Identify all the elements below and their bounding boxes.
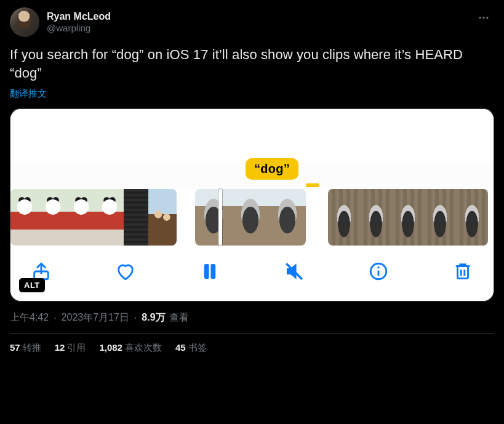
thumbnail (95, 189, 124, 246)
svg-rect-5 (211, 265, 215, 279)
tweet-stats: 57转推 12引用 1,082喜欢次数 45书签 (10, 334, 494, 356)
alt-badge[interactable]: ALT (19, 278, 45, 292)
thumbnail (328, 189, 360, 246)
tweet-time[interactable]: 上午4:42 (10, 311, 49, 324)
views-label: 查看 (169, 311, 189, 324)
author-display-name[interactable]: Ryan McLeod (47, 10, 111, 23)
author-handle[interactable]: @warpling (47, 23, 111, 34)
svg-point-2 (486, 17, 488, 18)
separator-dot (133, 313, 138, 324)
more-button[interactable] (473, 7, 494, 28)
author-block[interactable]: Ryan McLeod @warpling (10, 7, 111, 37)
tweet-text: If you search for “dog” on iOS 17 it’ll … (10, 46, 494, 82)
translate-link[interactable]: 翻译推文 (10, 88, 47, 100)
bookmarks-stat[interactable]: 45书签 (175, 342, 207, 354)
thumbnail (392, 189, 424, 246)
thumbnail (148, 189, 177, 246)
caption-bubble: “dog” (246, 158, 298, 180)
info-icon (368, 261, 389, 282)
avatar[interactable] (10, 7, 39, 37)
delete-button[interactable] (449, 258, 476, 285)
caption-bubble-row: “dog” (10, 163, 494, 189)
retweets-stat[interactable]: 57转推 (10, 342, 41, 354)
heart-icon (115, 261, 136, 282)
ellipsis-icon (478, 12, 490, 24)
thumbnail (124, 189, 148, 246)
quotes-stat[interactable]: 12引用 (55, 342, 86, 354)
svg-rect-10 (458, 266, 468, 279)
scrubber-handle[interactable] (218, 189, 222, 246)
info-button[interactable] (365, 258, 392, 285)
clip-group-2[interactable] (195, 189, 306, 246)
pause-button[interactable] (196, 258, 223, 285)
thumbnail (269, 189, 306, 246)
views-count[interactable]: 8.9万 (142, 311, 165, 324)
clip-group-1[interactable] (10, 189, 177, 246)
mute-button[interactable] (281, 258, 308, 285)
likes-stat[interactable]: 1,082喜欢次数 (99, 342, 162, 354)
tweet-meta: 上午4:42 2023年7月17日 8.9万 查看 (10, 311, 494, 324)
media-card[interactable]: “dog” (10, 108, 494, 302)
clip-group-3[interactable] (328, 189, 488, 246)
like-button[interactable] (112, 258, 139, 285)
svg-rect-4 (205, 265, 209, 279)
separator-dot (52, 313, 57, 324)
svg-point-0 (479, 17, 481, 18)
media-toolbar (10, 246, 494, 301)
thumbnail (360, 189, 392, 246)
video-timeline[interactable] (10, 189, 494, 246)
thumbnail (456, 189, 488, 246)
tweet-container: Ryan McLeod @warpling If you search for … (0, 0, 504, 362)
author-names: Ryan McLeod @warpling (47, 10, 111, 34)
pause-icon (199, 261, 220, 282)
tweet-date[interactable]: 2023年7月17日 (62, 311, 129, 324)
thumbnail (67, 189, 95, 246)
thumbnail (424, 189, 456, 246)
trash-icon (452, 261, 473, 282)
media-whitespace (10, 109, 494, 163)
svg-point-1 (482, 17, 484, 18)
speaker-muted-icon (284, 261, 305, 282)
tweet-header: Ryan McLeod @warpling (10, 7, 494, 37)
thumbnail (195, 189, 232, 246)
svg-point-9 (377, 266, 379, 268)
thumbnail (39, 189, 67, 246)
caption-marker (306, 183, 319, 187)
thumbnail (10, 189, 39, 246)
thumbnail (232, 189, 269, 246)
